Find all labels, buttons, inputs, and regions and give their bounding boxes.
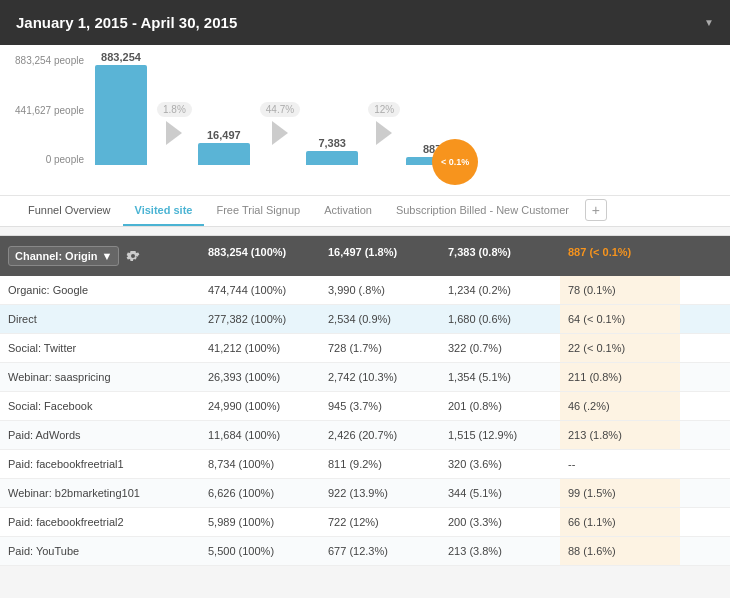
table-row[interactable]: Social: Facebook 24,990 (100%) 945 (3.7%…	[0, 392, 730, 421]
table-body: Organic: Google 474,744 (100%) 3,990 (.8…	[0, 276, 730, 566]
arrow-2-label: 44.7%	[260, 102, 300, 117]
row-col5	[680, 421, 730, 449]
date-range-title: January 1, 2015 - April 30, 2015	[16, 14, 237, 31]
arrow-1-shape	[166, 121, 182, 145]
row-name: Paid: YouTube	[0, 537, 200, 565]
row-col4: 46 (.2%)	[560, 392, 680, 420]
row-col4: --	[560, 450, 680, 478]
row-col3: 200 (3.3%)	[440, 508, 560, 536]
arrow-1-label: 1.8%	[157, 102, 192, 117]
header-col4: 887 (< 0.1%)	[560, 236, 680, 276]
row-col5	[680, 479, 730, 507]
dropdown-arrow-icon: ▼	[102, 250, 113, 262]
row-name: Social: Twitter	[0, 334, 200, 362]
channel-selector-cell[interactable]: Channel: Origin ▼	[0, 236, 200, 276]
gear-icon[interactable]	[125, 248, 141, 264]
row-col1: 11,684 (100%)	[200, 421, 320, 449]
channel-selector[interactable]: Channel: Origin ▼	[8, 246, 192, 266]
row-col1: 474,744 (100%)	[200, 276, 320, 304]
subscription-badge: < 0.1%	[432, 139, 478, 185]
add-tab-button[interactable]: +	[585, 199, 607, 221]
table-row[interactable]: Webinar: b2bmarketing101 6,626 (100%) 92…	[0, 479, 730, 508]
date-range-header[interactable]: January 1, 2015 - April 30, 2015 ▼	[0, 0, 730, 45]
row-col4: 78 (0.1%)	[560, 276, 680, 304]
row-col5	[680, 450, 730, 478]
row-col1: 277,382 (100%)	[200, 305, 320, 333]
row-col5	[680, 537, 730, 565]
table-row[interactable]: Social: Twitter 41,212 (100%) 728 (1.7%)…	[0, 334, 730, 363]
bar-subscription: 887 < 0.1%	[406, 143, 458, 165]
row-col1: 6,626 (100%)	[200, 479, 320, 507]
tab-free-trial-signup[interactable]: Free Trial Signup	[204, 196, 312, 226]
y-label-top: 883,254 people	[0, 55, 90, 66]
bar-free-trial-rect	[198, 143, 250, 165]
row-col5	[680, 508, 730, 536]
header-col1: 883,254 (100%)	[200, 236, 320, 276]
row-col1: 8,734 (100%)	[200, 450, 320, 478]
arrow-3-shape	[376, 121, 392, 145]
row-col3: 1,354 (5.1%)	[440, 363, 560, 391]
table-row[interactable]: Paid: AdWords 11,684 (100%) 2,426 (20.7%…	[0, 421, 730, 450]
y-label-bottom: 0 people	[0, 154, 90, 165]
row-name: Webinar: b2bmarketing101	[0, 479, 200, 507]
table-section: Channel: Origin ▼ 883,254 (100%) 16,497 …	[0, 235, 730, 566]
row-col1: 26,393 (100%)	[200, 363, 320, 391]
tabs-row: Funnel Overview Visited site Free Trial …	[0, 195, 730, 226]
bar-activation-rect	[306, 151, 358, 165]
tab-subscription-billed[interactable]: Subscription Billed - New Customer	[384, 196, 581, 226]
row-col4: 213 (1.8%)	[560, 421, 680, 449]
row-col5	[680, 363, 730, 391]
row-col5	[680, 334, 730, 362]
row-name: Direct	[0, 305, 200, 333]
channel-dropdown[interactable]: Channel: Origin ▼	[8, 246, 119, 266]
row-col2: 2,534 (0.9%)	[320, 305, 440, 333]
arrow-3: 12%	[368, 102, 400, 165]
chart-area: 883,254 people 441,627 people 0 people 8…	[0, 45, 730, 195]
row-name: Paid: facebookfreetrial1	[0, 450, 200, 478]
table-row[interactable]: Paid: facebookfreetrial1 8,734 (100%) 81…	[0, 450, 730, 479]
row-col1: 41,212 (100%)	[200, 334, 320, 362]
row-col3: 1,515 (12.9%)	[440, 421, 560, 449]
row-col1: 5,989 (100%)	[200, 508, 320, 536]
row-col1: 5,500 (100%)	[200, 537, 320, 565]
row-col4: 64 (< 0.1%)	[560, 305, 680, 333]
row-col4: 211 (0.8%)	[560, 363, 680, 391]
row-name: Paid: AdWords	[0, 421, 200, 449]
row-col2: 922 (13.9%)	[320, 479, 440, 507]
row-col4: 88 (1.6%)	[560, 537, 680, 565]
row-col3: 322 (0.7%)	[440, 334, 560, 362]
table-row[interactable]: Organic: Google 474,744 (100%) 3,990 (.8…	[0, 276, 730, 305]
row-col2: 811 (9.2%)	[320, 450, 440, 478]
header-dropdown-arrow[interactable]: ▼	[704, 17, 714, 28]
funnel-section: 883,254 people 441,627 people 0 people 8…	[0, 45, 730, 227]
table-row[interactable]: Direct 277,382 (100%) 2,534 (0.9%) 1,680…	[0, 305, 730, 334]
row-col3: 1,234 (0.2%)	[440, 276, 560, 304]
bar-activation: 7,383	[306, 137, 358, 165]
arrow-3-label: 12%	[368, 102, 400, 117]
header-col2: 16,497 (1.8%)	[320, 236, 440, 276]
row-col2: 945 (3.7%)	[320, 392, 440, 420]
header-col3: 7,383 (0.8%)	[440, 236, 560, 276]
row-col3: 344 (5.1%)	[440, 479, 560, 507]
row-col1: 24,990 (100%)	[200, 392, 320, 420]
tab-funnel-overview[interactable]: Funnel Overview	[16, 196, 123, 226]
table-row[interactable]: Webinar: saaspricing 26,393 (100%) 2,742…	[0, 363, 730, 392]
y-label-mid: 441,627 people	[0, 105, 90, 116]
bar-visited-site-label: 883,254	[101, 51, 141, 63]
row-col2: 677 (12.3%)	[320, 537, 440, 565]
table-row[interactable]: Paid: facebookfreetrial2 5,989 (100%) 72…	[0, 508, 730, 537]
header-col5	[680, 236, 730, 276]
table-row[interactable]: Paid: YouTube 5,500 (100%) 677 (12.3%) 2…	[0, 537, 730, 566]
tab-visited-site[interactable]: Visited site	[123, 196, 205, 226]
arrow-2-shape	[272, 121, 288, 145]
tab-activation[interactable]: Activation	[312, 196, 384, 226]
row-col3: 320 (3.6%)	[440, 450, 560, 478]
row-col4: 99 (1.5%)	[560, 479, 680, 507]
funnel-visual: 883,254 1.8% 16,497 44.7% 7,383	[95, 55, 714, 165]
row-col2: 3,990 (.8%)	[320, 276, 440, 304]
bar-activation-label: 7,383	[318, 137, 346, 149]
row-col4: 66 (1.1%)	[560, 508, 680, 536]
row-col5	[680, 276, 730, 304]
arrow-2: 44.7%	[260, 102, 300, 165]
bar-free-trial-label: 16,497	[207, 129, 241, 141]
